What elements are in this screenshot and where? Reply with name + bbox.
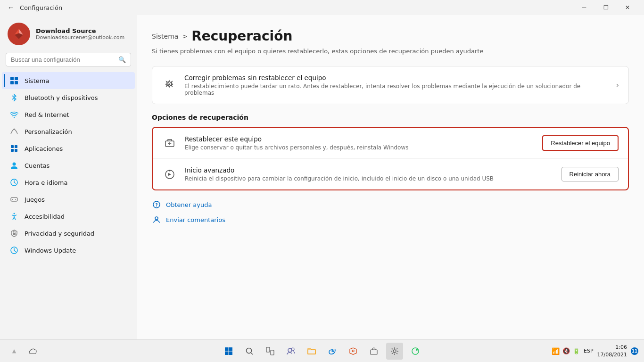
feedback-link[interactable]: Enviar comentarios — [152, 215, 629, 224]
svg-point-20 — [15, 199, 16, 200]
fix-problems-row[interactable]: Corregir problemas sin restablecer el eq… — [152, 66, 628, 104]
svg-point-10 — [14, 129, 15, 130]
sidebar-item-aplicaciones[interactable]: Aplicaciones — [2, 140, 135, 157]
browser-icon[interactable] — [407, 343, 424, 360]
breadcrumb-parent: Sistema — [152, 33, 178, 40]
section-title: Opciones de recuperación — [152, 114, 629, 121]
avatar — [8, 23, 30, 45]
file-explorer-icon[interactable] — [303, 343, 320, 360]
svg-rect-33 — [229, 347, 233, 351]
sidebar-item-cuentas[interactable]: Cuentas — [2, 157, 135, 174]
sidebar-label-sistema: Sistema — [25, 77, 49, 84]
sidebar-item-windows-update[interactable]: Windows Update — [2, 242, 135, 259]
office-icon[interactable]: O — [345, 343, 362, 360]
start-button[interactable] — [220, 343, 237, 360]
svg-rect-14 — [15, 149, 17, 152]
help-link[interactable]: ? Obtener ayuda — [152, 200, 629, 209]
svg-point-15 — [13, 163, 16, 166]
page-title: Recuperación — [191, 28, 292, 44]
sidebar-label-aplicaciones: Aplicaciones — [25, 145, 63, 152]
reset-card-text: Restablecer este equipo Elige conservar … — [185, 135, 535, 151]
svg-rect-17 — [11, 197, 17, 201]
back-button[interactable]: ← — [6, 2, 16, 13]
advanced-row: Inicio avanzado Reinicia el dispositivo … — [153, 158, 628, 189]
svg-rect-32 — [225, 347, 229, 351]
sistema-icon — [9, 76, 19, 85]
cloud-icon — [25, 343, 41, 360]
svg-rect-12 — [15, 145, 17, 148]
sidebar-item-personalizacion[interactable]: Personalización — [2, 123, 135, 140]
fix-card-title: Corregir problemas sin restablecer el eq… — [184, 74, 609, 82]
sidebar-item-juegos[interactable]: Juegos — [2, 191, 135, 208]
svg-text:?: ? — [155, 203, 157, 207]
search-box[interactable]: 🔍 — [6, 53, 131, 66]
advanced-card-title: Inicio avanzado — [185, 166, 554, 174]
titlebar-title: Configuración — [20, 4, 570, 11]
taskbar-right: 📶 🔇 🔋 ESP 1:06 17/08/2021 11 — [552, 344, 638, 358]
sidebar-item-accesibilidad[interactable]: Accesibilidad — [2, 208, 135, 225]
sidebar-item-bluetooth[interactable]: Bluetooth y dispositivos — [2, 89, 135, 106]
volume-icon: 🔇 — [562, 347, 570, 354]
main-content: Sistema > Recuperación Si tienes problem… — [137, 15, 644, 339]
hora-icon — [9, 178, 19, 187]
breadcrumb: Sistema > Recuperación — [152, 28, 629, 44]
settings-taskbar-icon[interactable] — [386, 343, 403, 360]
svg-rect-8 — [15, 81, 18, 84]
juegos-icon — [9, 195, 19, 204]
system-tray-icons: 📶 🔇 🔋 — [552, 347, 580, 355]
svg-point-24 — [168, 83, 170, 85]
svg-rect-42 — [308, 350, 315, 354]
feedback-icon — [152, 215, 161, 224]
aplicaciones-icon — [9, 144, 19, 153]
sidebar-label-hora: Hora e idioma — [25, 179, 67, 186]
accesibilidad-icon — [9, 212, 19, 221]
minimize-button[interactable]: ─ — [573, 0, 595, 15]
teams-chat-icon[interactable] — [282, 343, 299, 360]
fix-card-desc: El restablecimiento puede tardar un rato… — [184, 83, 609, 96]
svg-rect-6 — [15, 77, 18, 80]
chevron-right-icon: › — [616, 81, 619, 90]
advanced-card-text: Inicio avanzado Reinicia el dispositivo … — [185, 166, 554, 182]
bluetooth-icon — [9, 93, 19, 102]
task-view-icon[interactable] — [262, 343, 279, 360]
sidebar-item-hora[interactable]: Hora e idioma — [2, 174, 135, 191]
svg-rect-5 — [10, 77, 14, 80]
red-icon — [9, 110, 19, 119]
reset-row: Restablecer este equipo Elige conservar … — [153, 128, 628, 158]
search-input[interactable] — [11, 56, 115, 63]
help-icon: ? — [152, 200, 161, 209]
sidebar-item-red[interactable]: Red & Internet — [2, 106, 135, 123]
time-display: 1:06 — [597, 344, 627, 351]
wifi-icon: 📶 — [552, 347, 560, 355]
taskbar-left: ▲ — [6, 343, 41, 360]
svg-line-37 — [251, 353, 253, 354]
sidebar-item-privacidad[interactable]: Privacidad y seguridad — [2, 225, 135, 242]
sidebar: Download Source Downloadsourcenet@outloo… — [0, 15, 137, 339]
reset-button[interactable]: Restablecer el equipo — [542, 135, 619, 151]
battery-icon: 🔋 — [573, 348, 580, 354]
close-button[interactable]: ✕ — [617, 0, 638, 15]
reset-card-desc: Elige conservar o quitar tus archivos pe… — [185, 144, 535, 151]
store-icon[interactable] — [365, 343, 382, 360]
cuentas-icon — [9, 161, 19, 170]
svg-rect-39 — [271, 350, 274, 355]
edge-icon[interactable] — [324, 343, 341, 360]
notification-count[interactable]: 11 — [631, 347, 638, 355]
sidebar-label-accesibilidad: Accesibilidad — [25, 213, 65, 220]
svg-rect-7 — [10, 81, 14, 84]
sidebar-label-bluetooth: Bluetooth y dispositivos — [25, 94, 98, 101]
advanced-icon — [162, 167, 177, 182]
maximize-button[interactable]: ❐ — [595, 0, 617, 15]
svg-point-9 — [14, 117, 15, 118]
feedback-link-label: Enviar comentarios — [166, 216, 225, 223]
restart-button[interactable]: Reiniciar ahora — [561, 167, 619, 181]
help-link-label: Obtener ayuda — [166, 201, 212, 208]
svg-rect-11 — [11, 145, 14, 148]
svg-point-46 — [412, 348, 419, 354]
sidebar-item-sistema[interactable]: Sistema — [2, 72, 135, 89]
titlebar: ← Configuración ─ ❐ ✕ — [0, 0, 644, 15]
taskbar-search-icon[interactable] — [241, 343, 258, 360]
svg-rect-22 — [13, 233, 16, 235]
reset-card-title: Restablecer este equipo — [185, 135, 535, 143]
svg-point-47 — [416, 349, 418, 351]
